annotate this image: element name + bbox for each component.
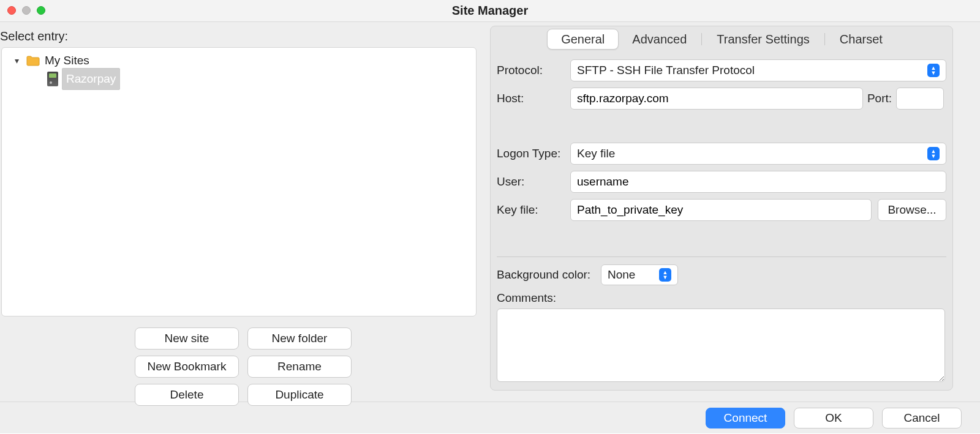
tab-separator bbox=[701, 33, 702, 45]
logon-type-value: Key file bbox=[577, 147, 615, 160]
updown-icon: ▲▼ bbox=[659, 268, 671, 282]
window-title: Site Manager bbox=[0, 4, 980, 18]
site-tree[interactable]: ▾ My Sites Razorpay bbox=[1, 47, 477, 316]
host-input[interactable] bbox=[570, 88, 863, 110]
delete-button[interactable]: Delete bbox=[135, 384, 239, 406]
browse-button[interactable]: Browse... bbox=[878, 199, 946, 221]
tab-advanced[interactable]: Advanced bbox=[619, 29, 700, 50]
tab-general[interactable]: General bbox=[547, 29, 619, 50]
server-icon bbox=[47, 72, 58, 86]
protocol-label: Protocol: bbox=[497, 64, 570, 77]
tree-child-label: Razorpay bbox=[62, 68, 120, 90]
tab-bar: General Advanced Transfer Settings Chars… bbox=[497, 29, 946, 50]
user-label: User: bbox=[497, 175, 570, 189]
comments-textarea[interactable] bbox=[497, 309, 945, 382]
tab-transfer[interactable]: Transfer Settings bbox=[703, 29, 823, 50]
select-entry-label: Select entry: bbox=[0, 27, 484, 47]
rename-button[interactable]: Rename bbox=[247, 356, 352, 378]
settings-panel: General Advanced Transfer Settings Chars… bbox=[490, 26, 953, 391]
host-label: Host: bbox=[497, 92, 570, 105]
tree-root-row[interactable]: ▾ My Sites bbox=[2, 51, 476, 70]
connect-button[interactable]: Connect bbox=[706, 408, 785, 428]
keyfile-input[interactable] bbox=[570, 199, 872, 221]
duplicate-button[interactable]: Duplicate bbox=[247, 384, 352, 406]
port-input[interactable] bbox=[896, 88, 944, 110]
site-action-buttons: New site New folder New Bookmark Rename … bbox=[135, 327, 484, 406]
folder-icon bbox=[26, 55, 40, 66]
updown-icon: ▲▼ bbox=[927, 64, 940, 77]
new-site-button[interactable]: New site bbox=[135, 327, 239, 350]
protocol-value: SFTP - SSH File Transfer Protocol bbox=[577, 64, 755, 77]
bgcolor-label: Background color: bbox=[497, 268, 601, 282]
keyfile-label: Key file: bbox=[497, 203, 570, 217]
tab-separator bbox=[824, 33, 825, 45]
new-folder-button[interactable]: New folder bbox=[247, 327, 352, 350]
logon-type-label: Logon Type: bbox=[497, 147, 570, 160]
chevron-down-icon[interactable]: ▾ bbox=[12, 56, 21, 65]
new-bookmark-button[interactable]: New Bookmark bbox=[135, 356, 239, 378]
dialog-footer: Connect OK Cancel bbox=[0, 402, 980, 433]
bgcolor-select[interactable]: None ▲▼ bbox=[601, 264, 678, 285]
ok-button[interactable]: OK bbox=[794, 408, 873, 428]
logon-type-select[interactable]: Key file ▲▼ bbox=[570, 143, 946, 165]
bgcolor-value: None bbox=[608, 268, 635, 282]
cancel-button[interactable]: Cancel bbox=[882, 408, 962, 428]
user-input[interactable] bbox=[570, 171, 946, 193]
comments-label: Comments: bbox=[497, 291, 556, 305]
tree-child-row[interactable]: Razorpay bbox=[2, 70, 476, 88]
tree-root-label: My Sites bbox=[45, 54, 89, 67]
updown-icon: ▲▼ bbox=[927, 147, 940, 160]
port-label: Port: bbox=[863, 92, 896, 105]
protocol-select[interactable]: SFTP - SSH File Transfer Protocol ▲▼ bbox=[570, 59, 946, 81]
tab-charset[interactable]: Charset bbox=[826, 29, 896, 50]
title-bar: Site Manager bbox=[0, 0, 980, 22]
